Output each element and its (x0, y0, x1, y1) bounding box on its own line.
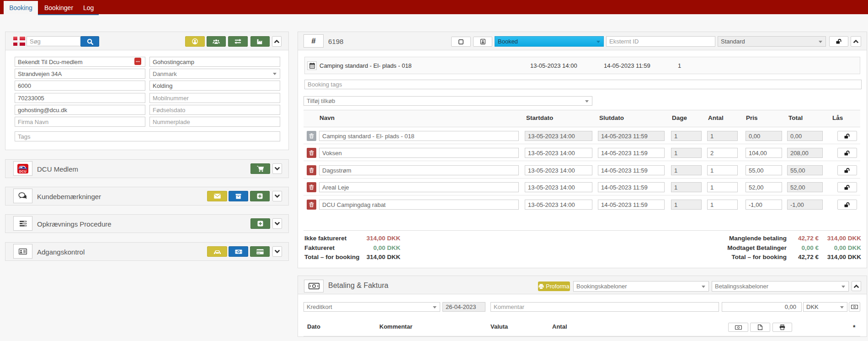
svg-text:DCU: DCU (19, 170, 27, 173)
